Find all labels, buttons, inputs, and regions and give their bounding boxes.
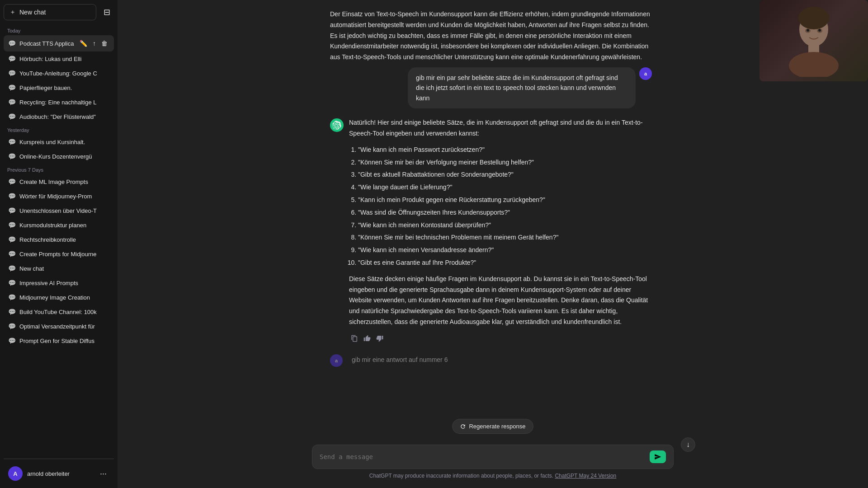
thumbs-down-button[interactable] xyxy=(374,333,385,345)
sidebar-toggle-button[interactable]: ⊟ xyxy=(100,4,114,21)
list-item: "Wie kann ich meinen Versandadresse ände… xyxy=(358,245,656,256)
new-chat-button[interactable]: ＋ New chat xyxy=(4,4,96,20)
sidebar-item-label: Impressive AI Prompts xyxy=(19,280,109,286)
list-item: "Wie kann ich meinen Kontostand überprüf… xyxy=(358,220,656,231)
svg-point-3 xyxy=(789,52,839,77)
disclaimer: ChatGPT may produce inaccurate informati… xyxy=(127,473,859,479)
list-item: "Können Sie mir bei der Verfolgung meine… xyxy=(358,157,656,168)
chat-icon: 💬 xyxy=(8,99,16,106)
sidebar-item-hoerbuch[interactable]: 💬 Hörbuch: Lukas und Elli xyxy=(4,52,114,66)
chat-icon: 💬 xyxy=(8,40,16,47)
list-item: "Wie kann ich mein Passwort zurücksetzen… xyxy=(358,145,656,155)
truncated-message: a gib mir eine antwort auf nummer 6 xyxy=(330,354,656,367)
section-yesterday: Yesterday xyxy=(4,124,114,135)
chat-icon: 💬 xyxy=(8,279,16,286)
gpt-icon xyxy=(332,121,341,130)
sidebar-item-label: Audiobuch: "Der Flüsterwald" xyxy=(19,113,109,120)
sidebar-item-label: Rechtschreibkontrolle xyxy=(19,236,109,243)
sidebar-item-rechtschreibkontrolle[interactable]: 💬 Rechtschreibkontrolle xyxy=(4,232,114,247)
sidebar-item-youtube[interactable]: 💬 YouTube-Anleitung: Google C xyxy=(4,66,114,80)
message-input[interactable] xyxy=(320,453,650,460)
assistant-intro: Natürlich! Hier sind einige beliebte Sät… xyxy=(349,117,656,139)
sidebar-item-label: Papierflieger bauen. xyxy=(19,84,109,91)
sidebar-item-online-kurs[interactable]: 💬 Online-Kurs Dozentenvergü xyxy=(4,149,114,164)
svg-point-7 xyxy=(818,29,821,32)
regenerate-button[interactable]: Regenerate response xyxy=(452,419,533,434)
svg-point-6 xyxy=(807,29,809,32)
sidebar-item-unentschlossen[interactable]: 💬 Unentschlossen über Video-T xyxy=(4,203,114,218)
delete-icon-btn[interactable]: 🗑 xyxy=(99,39,109,48)
main-content: Der Einsatz von Text-to-Speech im Kunden… xyxy=(118,0,868,488)
sidebar-item-label: YouTube-Anleitung: Google C xyxy=(19,70,109,77)
chat-icon: 💬 xyxy=(8,138,16,145)
sidebar-item-label: Hörbuch: Lukas und Elli xyxy=(19,56,109,62)
sidebar-item-label: Unentschlossen über Video-T xyxy=(19,207,109,214)
chat-icon: 💬 xyxy=(8,178,16,185)
user-menu-button[interactable]: ··· xyxy=(97,468,109,479)
list-item: "Was sind die Öffnungszeiten Ihres Kunde… xyxy=(358,207,656,218)
chat-icon: 💬 xyxy=(8,84,16,91)
sidebar-item-kurspreis[interactable]: 💬 Kurspreis und Kursinhalt. xyxy=(4,135,114,149)
section-previous-7-days: Previous 7 Days xyxy=(4,164,114,174)
sidebar-item-recycling[interactable]: 💬 Recycling: Eine nachhaltige L xyxy=(4,95,114,109)
thumbs-up-button[interactable] xyxy=(362,333,373,345)
chat-area: Der Einsatz von Text-to-Speech im Kunden… xyxy=(118,0,868,414)
chat-icon: 💬 xyxy=(8,221,16,229)
chat-icon: 💬 xyxy=(8,153,16,160)
user-message-wrapper: gib mir ein par sehr beliebte sätze die … xyxy=(312,67,674,117)
sidebar-item-create-prompts[interactable]: 💬 Create Prompts for Midjourne xyxy=(4,247,114,261)
chat-icon: 💬 xyxy=(8,250,16,258)
sidebar-item-new-chat2[interactable]: 💬 New chat xyxy=(4,261,114,276)
chat-icon: 💬 xyxy=(8,337,16,344)
user-message-text: gib mir ein par sehr beliebte sätze die … xyxy=(416,74,618,102)
send-button[interactable] xyxy=(650,450,666,463)
sidebar-item-build-youtube[interactable]: 💬 Build YouTube Channel: 100k xyxy=(4,305,114,319)
sidebar-item-label: Midjourney Image Creation xyxy=(19,294,109,301)
list-item: "Gibt es eine Garantie auf Ihre Produkte… xyxy=(358,258,656,268)
video-widget xyxy=(760,0,868,81)
message-actions xyxy=(349,333,656,345)
copy-button[interactable] xyxy=(349,333,360,345)
disclaimer-text: ChatGPT may produce inaccurate informati… xyxy=(369,473,553,479)
share-icon-btn[interactable]: ↑ xyxy=(91,39,98,48)
sidebar-item-label: Wörter für Midjourney-Prom xyxy=(19,193,109,200)
sidebar-item-label: Build YouTube Channel: 100k xyxy=(19,309,109,315)
truncated-message-text: gib mir eine antwort auf nummer 6 xyxy=(352,354,448,367)
sidebar-item-prompt-gen[interactable]: 💬 Prompt Gen for Stable Diffus xyxy=(4,333,114,348)
sidebar-item-create-ml[interactable]: 💬 Create ML Image Prompts xyxy=(4,174,114,189)
sidebar-item-label: Kurspreis und Kursinhalt. xyxy=(19,139,109,145)
edit-icon-btn[interactable]: ✏️ xyxy=(78,39,89,48)
sidebar-item-podcast-tts[interactable]: 💬 Podcast TTS Applica ✏️ ↑ 🗑 xyxy=(4,35,114,52)
plus-icon: ＋ xyxy=(9,8,16,16)
sidebar-item-label: Optimal Versandzeitpunkt für xyxy=(19,323,109,330)
truncated-message-wrapper: a gib mir eine antwort auf nummer 6 xyxy=(312,354,674,371)
list-item: "Gibt es aktuell Rabattaktionen oder Son… xyxy=(358,169,656,180)
sidebar-item-label: Prompt Gen for Stable Diffus xyxy=(19,338,109,344)
list-item: "Wie lange dauert die Lieferung?" xyxy=(358,182,656,193)
input-container: Regenerate response ↓ xyxy=(312,419,674,469)
user-bubble: gib mir ein par sehr beliebte sätze die … xyxy=(408,67,636,108)
assistant-content: Natürlich! Hier sind einige beliebte Sät… xyxy=(349,117,656,345)
sidebar-scroll: Today 💬 Podcast TTS Applica ✏️ ↑ 🗑 💬 Hör… xyxy=(4,24,114,459)
section-today: Today xyxy=(4,24,114,35)
sidebar-item-audiobuch[interactable]: 💬 Audiobuch: "Der Flüsterwald" xyxy=(4,109,114,124)
sidebar-item-woerter[interactable]: 💬 Wörter für Midjourney-Prom xyxy=(4,189,114,203)
chat-icon: 💬 xyxy=(8,236,16,243)
sidebar-item-label: Kursmodulstruktur planen xyxy=(19,222,109,229)
send-icon xyxy=(654,453,661,460)
avatar: A xyxy=(8,466,23,481)
list-item: "Kann ich mein Produkt gegen eine Rücker… xyxy=(358,195,656,206)
sidebar-item-impressive-ai[interactable]: 💬 Impressive AI Prompts xyxy=(4,276,114,290)
input-box xyxy=(312,445,674,469)
input-area: Regenerate response ↓ ChatGPT may produc… xyxy=(118,414,868,488)
disclaimer-link[interactable]: ChatGPT May 24 Version xyxy=(555,473,616,479)
refresh-icon xyxy=(460,423,466,430)
user-profile-item[interactable]: A arnold oberleiter ··· xyxy=(4,463,114,484)
scroll-down-button[interactable]: ↓ xyxy=(681,437,695,452)
sidebar-item-papierflieger[interactable]: 💬 Papierflieger bauen. xyxy=(4,80,114,95)
sidebar-item-optimal-versand[interactable]: 💬 Optimal Versandzeitpunkt für xyxy=(4,319,114,333)
sidebar-item-midjourney[interactable]: 💬 Midjourney Image Creation xyxy=(4,290,114,305)
chat-icon: 💬 xyxy=(8,192,16,200)
sidebar-item-kursmodulstruktur[interactable]: 💬 Kursmodulstruktur planen xyxy=(4,218,114,232)
disclaimer-link-text: ChatGPT May 24 Version xyxy=(555,473,616,479)
